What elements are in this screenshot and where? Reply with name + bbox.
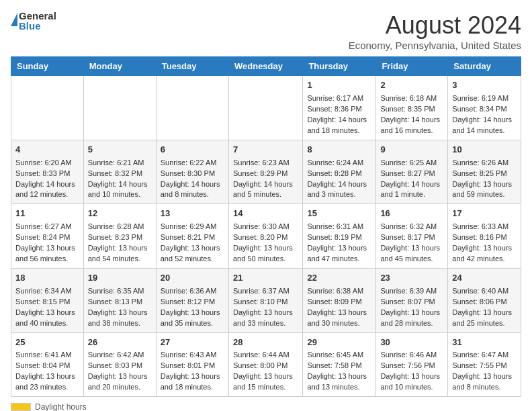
footer-note: Daylight hours <box>11 402 521 411</box>
logo-text: General Blue <box>19 11 56 31</box>
day-number: 3 <box>452 79 517 92</box>
day-info: Sunrise: 6:23 AM Sunset: 8:29 PM Dayligh… <box>233 158 293 199</box>
calendar-cell: 3Sunrise: 6:19 AM Sunset: 8:34 PM Daylig… <box>448 76 521 140</box>
main-title: August 2024 <box>349 11 521 40</box>
day-number: 9 <box>380 144 443 156</box>
calendar-week-row: 4Sunrise: 6:20 AM Sunset: 8:33 PM Daylig… <box>11 140 521 204</box>
calendar-cell: 15Sunrise: 6:31 AM Sunset: 8:19 PM Dayli… <box>303 204 376 269</box>
day-info: Sunrise: 6:19 AM Sunset: 8:34 PM Dayligh… <box>452 94 512 134</box>
day-header-tuesday: Tuesday <box>156 57 228 76</box>
day-header-thursday: Thursday <box>303 57 376 76</box>
day-number: 28 <box>233 336 298 349</box>
calendar-cell: 23Sunrise: 6:39 AM Sunset: 8:07 PM Dayli… <box>376 268 448 332</box>
day-number: 30 <box>380 336 443 349</box>
day-number: 10 <box>452 144 517 156</box>
day-info: Sunrise: 6:29 AM Sunset: 8:21 PM Dayligh… <box>161 222 220 263</box>
day-info: Sunrise: 6:40 AM Sunset: 8:06 PM Dayligh… <box>452 287 512 327</box>
daylight-label: Daylight hours <box>35 402 87 411</box>
day-info: Sunrise: 6:42 AM Sunset: 8:03 PM Dayligh… <box>88 351 148 391</box>
day-info: Sunrise: 6:38 AM Sunset: 8:09 PM Dayligh… <box>307 287 367 327</box>
day-number: 14 <box>233 208 298 220</box>
calendar-week-row: 18Sunrise: 6:34 AM Sunset: 8:15 PM Dayli… <box>11 268 521 332</box>
day-info: Sunrise: 6:22 AM Sunset: 8:30 PM Dayligh… <box>161 158 220 199</box>
day-header-sunday: Sunday <box>11 57 84 76</box>
calendar-cell <box>11 76 84 140</box>
day-info: Sunrise: 6:18 AM Sunset: 8:35 PM Dayligh… <box>380 94 440 134</box>
calendar-cell: 7Sunrise: 6:23 AM Sunset: 8:29 PM Daylig… <box>228 140 302 204</box>
logo-icon <box>11 13 17 26</box>
calendar-week-row: 25Sunrise: 6:41 AM Sunset: 8:04 PM Dayli… <box>11 332 521 397</box>
day-info: Sunrise: 6:20 AM Sunset: 8:33 PM Dayligh… <box>15 158 75 199</box>
calendar-cell: 2Sunrise: 6:18 AM Sunset: 8:35 PM Daylig… <box>376 76 448 140</box>
day-info: Sunrise: 6:31 AM Sunset: 8:19 PM Dayligh… <box>307 222 367 263</box>
day-number: 27 <box>161 336 224 349</box>
calendar-cell: 12Sunrise: 6:28 AM Sunset: 8:23 PM Dayli… <box>83 204 156 269</box>
calendar-cell <box>156 76 228 140</box>
day-number: 26 <box>88 336 152 349</box>
day-number: 6 <box>161 144 224 156</box>
calendar-cell: 4Sunrise: 6:20 AM Sunset: 8:33 PM Daylig… <box>11 140 84 204</box>
calendar-cell: 17Sunrise: 6:33 AM Sunset: 8:16 PM Dayli… <box>448 204 521 269</box>
day-number: 13 <box>161 208 224 220</box>
day-info: Sunrise: 6:30 AM Sunset: 8:20 PM Dayligh… <box>233 222 293 263</box>
day-number: 22 <box>307 272 371 285</box>
day-header-wednesday: Wednesday <box>228 57 302 76</box>
calendar-cell: 10Sunrise: 6:26 AM Sunset: 8:25 PM Dayli… <box>448 140 521 204</box>
logo-blue: Blue <box>19 21 56 31</box>
daylight-bar-icon <box>11 403 31 411</box>
calendar-week-row: 11Sunrise: 6:27 AM Sunset: 8:24 PM Dayli… <box>11 204 521 269</box>
calendar-cell: 14Sunrise: 6:30 AM Sunset: 8:20 PM Dayli… <box>228 204 302 269</box>
calendar-cell: 21Sunrise: 6:37 AM Sunset: 8:10 PM Dayli… <box>228 268 302 332</box>
calendar-cell: 31Sunrise: 6:47 AM Sunset: 7:55 PM Dayli… <box>448 332 521 397</box>
subtitle: Economy, Pennsylvania, United States <box>349 40 521 51</box>
calendar-cell: 20Sunrise: 6:36 AM Sunset: 8:12 PM Dayli… <box>156 268 228 332</box>
calendar-cell: 11Sunrise: 6:27 AM Sunset: 8:24 PM Dayli… <box>11 204 84 269</box>
day-info: Sunrise: 6:39 AM Sunset: 8:07 PM Dayligh… <box>380 287 440 327</box>
day-number: 15 <box>307 208 371 220</box>
day-number: 21 <box>233 272 298 285</box>
calendar-cell: 6Sunrise: 6:22 AM Sunset: 8:30 PM Daylig… <box>156 140 228 204</box>
calendar-cell: 30Sunrise: 6:46 AM Sunset: 7:56 PM Dayli… <box>376 332 448 397</box>
day-info: Sunrise: 6:41 AM Sunset: 8:04 PM Dayligh… <box>15 351 75 391</box>
day-number: 17 <box>452 208 517 220</box>
day-number: 16 <box>380 208 443 220</box>
calendar-cell: 13Sunrise: 6:29 AM Sunset: 8:21 PM Dayli… <box>156 204 228 269</box>
day-info: Sunrise: 6:37 AM Sunset: 8:10 PM Dayligh… <box>233 287 293 327</box>
day-info: Sunrise: 6:46 AM Sunset: 7:56 PM Dayligh… <box>380 351 440 391</box>
calendar-cell: 27Sunrise: 6:43 AM Sunset: 8:01 PM Dayli… <box>156 332 228 397</box>
calendar-cell <box>228 76 302 140</box>
day-number: 4 <box>15 144 79 156</box>
day-info: Sunrise: 6:35 AM Sunset: 8:13 PM Dayligh… <box>88 287 148 327</box>
calendar-cell: 8Sunrise: 6:24 AM Sunset: 8:28 PM Daylig… <box>303 140 376 204</box>
day-number: 12 <box>88 208 152 220</box>
calendar-cell: 26Sunrise: 6:42 AM Sunset: 8:03 PM Dayli… <box>83 332 156 397</box>
calendar-cell: 16Sunrise: 6:32 AM Sunset: 8:17 PM Dayli… <box>376 204 448 269</box>
calendar-cell <box>83 76 156 140</box>
header: General Blue August 2024 Economy, Pennsy… <box>11 11 521 51</box>
calendar-cell: 9Sunrise: 6:25 AM Sunset: 8:27 PM Daylig… <box>376 140 448 204</box>
day-number: 19 <box>88 272 152 285</box>
day-info: Sunrise: 6:27 AM Sunset: 8:24 PM Dayligh… <box>15 222 75 263</box>
day-info: Sunrise: 6:26 AM Sunset: 8:25 PM Dayligh… <box>452 158 512 199</box>
day-header-monday: Monday <box>83 57 156 76</box>
day-header-saturday: Saturday <box>448 57 521 76</box>
calendar-cell: 28Sunrise: 6:44 AM Sunset: 8:00 PM Dayli… <box>228 332 302 397</box>
day-number: 11 <box>15 208 79 220</box>
calendar-cell: 18Sunrise: 6:34 AM Sunset: 8:15 PM Dayli… <box>11 268 84 332</box>
day-info: Sunrise: 6:33 AM Sunset: 8:16 PM Dayligh… <box>452 222 512 263</box>
day-info: Sunrise: 6:43 AM Sunset: 8:01 PM Dayligh… <box>161 351 220 391</box>
calendar-cell: 5Sunrise: 6:21 AM Sunset: 8:32 PM Daylig… <box>83 140 156 204</box>
calendar-cell: 1Sunrise: 6:17 AM Sunset: 8:36 PM Daylig… <box>303 76 376 140</box>
day-info: Sunrise: 6:25 AM Sunset: 8:27 PM Dayligh… <box>380 158 440 199</box>
day-info: Sunrise: 6:28 AM Sunset: 8:23 PM Dayligh… <box>88 222 148 263</box>
calendar-cell: 29Sunrise: 6:45 AM Sunset: 7:58 PM Dayli… <box>303 332 376 397</box>
calendar-cell: 25Sunrise: 6:41 AM Sunset: 8:04 PM Dayli… <box>11 332 84 397</box>
logo: General Blue <box>11 11 56 31</box>
calendar-cell: 24Sunrise: 6:40 AM Sunset: 8:06 PM Dayli… <box>448 268 521 332</box>
day-number: 5 <box>88 144 152 156</box>
day-info: Sunrise: 6:45 AM Sunset: 7:58 PM Dayligh… <box>307 351 367 391</box>
calendar-header-row: SundayMondayTuesdayWednesdayThursdayFrid… <box>11 57 521 76</box>
calendar-table: SundayMondayTuesdayWednesdayThursdayFrid… <box>11 56 521 397</box>
day-info: Sunrise: 6:44 AM Sunset: 8:00 PM Dayligh… <box>233 351 293 391</box>
day-number: 31 <box>452 336 517 349</box>
